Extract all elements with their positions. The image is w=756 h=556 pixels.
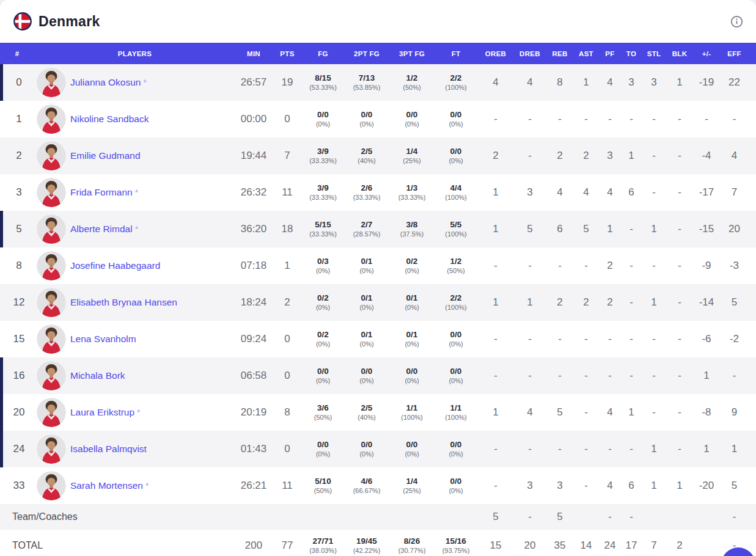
team-coaches-label: Team/Coaches (0, 504, 235, 530)
stat-fg2-percentage: (40%) (343, 157, 390, 166)
player-photo (37, 68, 66, 97)
stat-blk: 1 (666, 467, 693, 504)
player-link[interactable]: Frida Formann (70, 187, 133, 197)
stat-to: - (621, 211, 642, 247)
stat-fg-made-attempted: 0/0 (303, 366, 343, 377)
stat-oreb: - (478, 101, 513, 137)
stat-reb: 35 (546, 530, 573, 556)
stat-pf: 4 (599, 467, 621, 504)
stat-min: 26:57 (235, 64, 272, 101)
stat-ast: - (573, 467, 599, 504)
avatar (34, 467, 68, 504)
stat-fg-made-attempted: 0/2 (303, 293, 343, 304)
stat-ft: 2/2(100%) (434, 64, 478, 101)
stat-fg3-percentage: (37.5%) (390, 230, 434, 239)
stat-reb: 3 (546, 467, 573, 504)
table-row: 1 Nikoline Sandback00:0000/0(0%)0/0(0%)0… (0, 101, 756, 137)
stat-fg-percentage: (50%) (303, 414, 343, 422)
player-number-label: 2 (16, 150, 21, 161)
info-icon[interactable] (730, 15, 743, 28)
stat-fg2: 0/1(0%) (343, 247, 390, 284)
player-number: 1 (0, 101, 34, 137)
stat-fg2: 2/7(28.57%) (343, 211, 390, 247)
stat-pf: 3 (599, 137, 621, 174)
stat-ft-percentage: (50%) (434, 267, 478, 276)
player-link[interactable]: Laura Erikstrup (70, 407, 134, 417)
player-number-label: 33 (13, 480, 25, 491)
avatar (34, 321, 68, 357)
col-header-fg: FG (303, 43, 343, 64)
stat-fg2: 2/5(40%) (343, 394, 390, 431)
stat-min: 09:24 (235, 321, 272, 357)
stat-dreb: 1 (513, 284, 546, 321)
player-link[interactable]: Lena Svanholm (70, 334, 136, 344)
stat-ft-percentage: (100%) (434, 304, 478, 312)
player-photo (37, 288, 66, 317)
stat-fg3-made-attempted: 1/2 (390, 73, 434, 84)
stat-pm: -15 (693, 211, 720, 247)
stat-reb: - (546, 431, 573, 467)
player-link[interactable]: Josefine Haabegaard (70, 260, 160, 271)
col-header-ast: AST (573, 43, 599, 64)
stat-to: 1 (621, 394, 642, 431)
player-name-cell: Frida Formann* (68, 174, 235, 211)
player-link[interactable]: Nikoline Sandback (70, 114, 149, 124)
player-link[interactable]: Emilie Gudmand (70, 150, 141, 161)
stat-stl: - (642, 137, 666, 174)
empty-cell (235, 504, 272, 530)
stat-ft-made-attempted: 1/2 (434, 256, 478, 267)
stat-fg3: 1/4(25%) (390, 137, 434, 174)
stat-pf: - (599, 321, 621, 357)
stat-pm: -4 (693, 137, 720, 174)
stat-min: 20:19 (235, 394, 272, 431)
stat-ast: 5 (573, 211, 599, 247)
stat-fg-percentage: (0%) (303, 340, 343, 349)
player-name-cell: Isabella Palmqvist (68, 431, 235, 467)
stat-fg3-made-attempted: 0/0 (390, 109, 434, 120)
stat-pf: 24 (599, 530, 621, 556)
stat-pf: 4 (599, 64, 621, 101)
table-row: 5 Alberte Rimdal*36:20185/15(33.33%)2/7(… (0, 211, 756, 247)
stat-oreb: 15 (478, 530, 513, 556)
player-number: 16 (0, 357, 34, 394)
stat-fg2-percentage: (0%) (343, 377, 390, 386)
starter-star: * (135, 188, 138, 197)
player-link[interactable]: Michala Bork (70, 370, 125, 381)
stat-fg: 0/0(0%) (303, 431, 343, 467)
player-link[interactable]: Julianna Okosun (70, 77, 141, 87)
stat-pts: 11 (272, 174, 303, 211)
player-photo (37, 214, 66, 244)
col-header-blk: BLK (666, 43, 693, 64)
stat-min: 00:00 (235, 101, 272, 137)
stat-min: 18:24 (235, 284, 272, 321)
stat-pm: -17 (693, 174, 720, 211)
stat-blk: - (666, 394, 693, 431)
stat-fg3-percentage: (0%) (390, 377, 434, 386)
stat-fg2-made-attempted: 2/5 (343, 403, 390, 414)
stat-pts: 1 (272, 247, 303, 284)
stat-pm (693, 530, 720, 556)
stat-reb: 2 (546, 137, 573, 174)
player-link[interactable]: Alberte Rimdal (70, 224, 133, 234)
stat-fg-percentage: (0%) (303, 267, 343, 276)
player-number-label: 0 (16, 76, 21, 88)
player-link[interactable]: Elisabeth Brynaa Hansen (70, 297, 177, 307)
player-link[interactable]: Sarah Mortensen (70, 480, 143, 491)
stat-ft-percentage: (100%) (434, 414, 478, 422)
player-photo (37, 398, 66, 427)
stat-fg-percentage: (0%) (303, 304, 343, 312)
stat-pts: 0 (272, 321, 303, 357)
stat-fg3: 1/1(100%) (390, 394, 434, 431)
stat-ft-percentage: (100%) (434, 230, 478, 239)
stat-ft-made-attempted: 2/2 (434, 73, 478, 84)
stat-ft-made-attempted: 0/0 (434, 146, 478, 157)
stat-fg2: 0/0(0%) (343, 431, 390, 467)
player-link[interactable]: Isabella Palmqvist (70, 444, 147, 454)
stat-fg3-percentage: (0%) (390, 450, 434, 459)
stat-fg-made-attempted: 8/15 (303, 73, 343, 84)
stat-ft-made-attempted: 5/5 (434, 219, 478, 230)
table-row: 8 Josefine Haabegaard07:1810/3(0%)0/1(0%… (0, 247, 756, 284)
stat-stl: - (642, 174, 666, 211)
stat-fg2-percentage: (28.57%) (343, 230, 390, 239)
starter-star: * (137, 408, 140, 417)
